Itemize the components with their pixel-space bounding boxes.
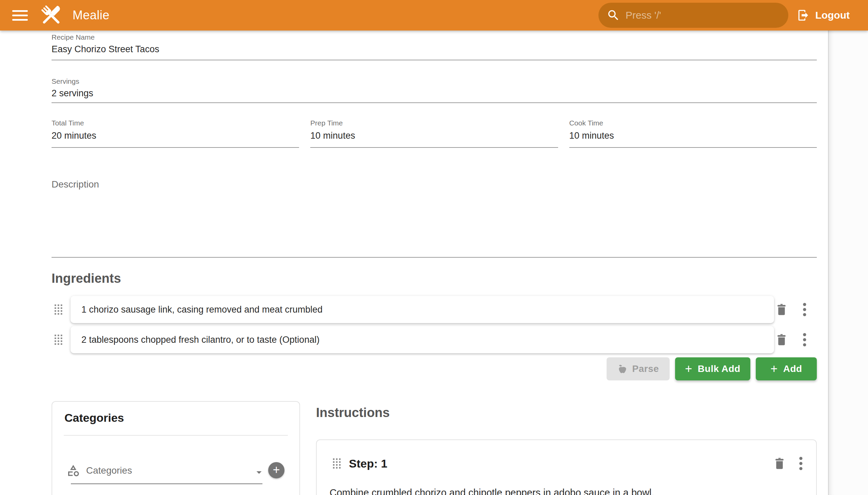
prep-time-field[interactable]: Prep Time 10 minutes (310, 119, 558, 150)
ingredient-text: 2 tablespoons chopped fresh cilantro, or… (81, 335, 319, 345)
recipe-editor: Recipe Name Easy Chorizo Street Tacos Se… (0, 31, 828, 495)
description-label: Description (52, 179, 99, 190)
instructions-heading: Instructions (316, 406, 390, 420)
step-menu-kebab-icon[interactable] (795, 453, 807, 474)
step-title: Step: 1 (349, 457, 387, 470)
ingredient-input[interactable]: 1 chorizo sausage link, casing removed a… (70, 296, 774, 323)
prep-time-value[interactable]: 10 minutes (310, 131, 355, 141)
step-text-input[interactable]: Combine crumbled chorizo and chipotle pe… (329, 485, 798, 495)
chevron-down-icon[interactable] (253, 466, 265, 478)
step-header: Step: 1 (317, 452, 816, 475)
add-category-button[interactable]: + (268, 462, 285, 478)
description-underline (52, 257, 817, 258)
plus-icon: + (770, 363, 778, 375)
ingredients-heading: Ingredients (52, 271, 121, 286)
app-title: Mealie (72, 8, 109, 22)
ingredient-row: 1 chorizo sausage link, casing removed a… (54, 296, 817, 323)
total-time-field[interactable]: Total Time 20 minutes (52, 119, 299, 150)
delete-step-button[interactable] (773, 453, 786, 474)
page-gutter (828, 31, 868, 495)
search-input[interactable] (626, 10, 768, 21)
delete-ingredient-button[interactable] (776, 329, 788, 350)
recipe-name-field[interactable]: Easy Chorizo Street Tacos (52, 44, 159, 55)
total-time-label: Total Time (52, 119, 299, 127)
drag-handle-icon[interactable] (333, 458, 341, 469)
mealie-logo-icon (39, 3, 64, 28)
servings-label: Servings (52, 77, 79, 85)
divider (64, 435, 288, 436)
delete-ingredient-button[interactable] (776, 300, 788, 320)
bulk-add-button[interactable]: + Bulk Add (675, 357, 750, 380)
recipe-name-label: Recipe Name (52, 33, 95, 41)
parse-label: Parse (632, 363, 659, 374)
recipe-name-underline (52, 60, 817, 61)
categories-card-title: Categories (64, 411, 124, 425)
categories-card: Categories Categories + (52, 401, 300, 495)
search-icon (607, 8, 620, 22)
categories-select-underline (71, 483, 262, 484)
apple-icon (617, 364, 628, 374)
cook-time-field[interactable]: Cook Time 10 minutes (569, 119, 817, 150)
total-time-underline (52, 147, 299, 148)
hamburger-menu-icon[interactable] (12, 7, 29, 23)
logout-button[interactable]: Logout (797, 0, 850, 31)
prep-time-underline (310, 147, 558, 148)
description-textarea[interactable] (52, 190, 817, 256)
add-label: Add (783, 363, 802, 374)
ingredient-input[interactable]: 2 tablespoons chopped fresh cilantro, or… (70, 326, 774, 353)
plus-icon: + (273, 464, 280, 476)
cook-time-value[interactable]: 10 minutes (569, 131, 614, 141)
plus-icon: + (685, 363, 692, 375)
ingredient-menu-kebab-icon[interactable] (799, 300, 811, 320)
search-bar[interactable] (598, 3, 788, 28)
prep-time-label: Prep Time (310, 119, 558, 127)
shapes-icon (66, 464, 80, 477)
logout-icon (797, 9, 810, 22)
parse-button[interactable]: Parse (607, 357, 670, 380)
time-fields-row: Total Time 20 minutes Prep Time 10 minut… (52, 119, 817, 150)
logout-label: Logout (815, 10, 850, 21)
ingredient-menu-kebab-icon[interactable] (799, 329, 811, 350)
servings-field[interactable]: 2 servings (52, 88, 93, 99)
ingredient-row: 2 tablespoons chopped fresh cilantro, or… (54, 326, 817, 353)
app-header: Mealie Logout (0, 0, 868, 31)
cook-time-label: Cook Time (569, 119, 817, 127)
categories-select[interactable]: Categories (66, 459, 132, 482)
servings-underline (52, 102, 817, 103)
instruction-step-card: Step: 1 Combine crumbled chorizo and chi… (316, 439, 817, 495)
drag-handle-icon[interactable] (54, 334, 62, 345)
bulk-add-label: Bulk Add (698, 363, 741, 374)
categories-select-label: Categories (86, 465, 132, 476)
ingredient-actions: Parse + Bulk Add + Add (52, 357, 817, 380)
drag-handle-icon[interactable] (54, 304, 62, 315)
add-ingredient-button[interactable]: + Add (756, 357, 817, 380)
ingredient-text: 1 chorizo sausage link, casing removed a… (81, 305, 322, 315)
cook-time-underline (569, 147, 817, 148)
total-time-value[interactable]: 20 minutes (52, 131, 96, 141)
